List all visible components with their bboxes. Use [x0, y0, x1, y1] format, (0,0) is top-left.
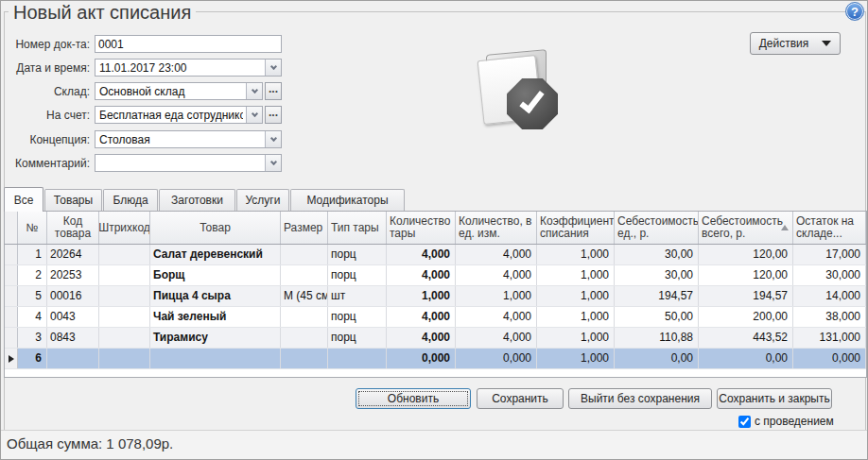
warehouse-combobox[interactable]: Основной склад [95, 82, 263, 100]
row-selector-cell [5, 307, 18, 327]
cell-barcode [99, 265, 150, 285]
column-header-cost_total[interactable]: Себестоимость всего, р. [699, 212, 793, 244]
cell-barcode [99, 349, 150, 368]
cell-cost_total: 0,00 [699, 349, 793, 368]
row-selector-header [5, 212, 18, 244]
table-row[interactable]: 500016Пицца 4 сыраМ (45 см)шт1,0001,0001… [5, 286, 866, 307]
concept-combobox[interactable]: Столовая [95, 130, 282, 148]
column-header-label: Товар [200, 222, 231, 234]
exit-without-saving-button[interactable]: Выйти без сохранения [568, 388, 712, 409]
cell-container_type: порц [328, 265, 387, 285]
cell-cost_per_unit: 50,00 [615, 307, 699, 327]
save-and-close-button[interactable]: Сохранить и закрыть [717, 388, 832, 409]
form-row-comment: Комментарий: [1, 154, 868, 172]
cell-size [281, 307, 328, 327]
row-selector-cell [5, 286, 18, 306]
column-header-qty_units[interactable]: Количество, в ед. изм. [456, 212, 537, 244]
cell-product: Чай зеленый [150, 307, 281, 327]
comment-dropdown-button[interactable] [265, 155, 281, 171]
cell-container_type: порц [328, 307, 387, 327]
column-header-code[interactable]: Код товара [47, 212, 99, 244]
cell-stock_balance: 17,000 [793, 245, 866, 264]
tab-dishes[interactable]: Блюда [103, 189, 158, 211]
column-header-cost_per_unit[interactable]: Себестоимость ед., р. [615, 212, 699, 244]
form-row-warehouse: Склад: Основной склад ... [1, 82, 868, 100]
table-row[interactable]: 40043Чай зеленыйпорц4,0004,0001,00050,00… [5, 307, 866, 328]
cell-writeoff_coeff: 1,000 [537, 349, 615, 368]
tab-services[interactable]: Услуги [236, 189, 289, 211]
cell-cost_per_unit: 0,00 [615, 349, 699, 368]
table-row[interactable]: 220253Борщпорц4,0004,0001,00030,00120,00… [5, 265, 866, 286]
column-header-label: № [26, 222, 39, 234]
account-browse-button[interactable]: ... [265, 106, 282, 124]
chevron-down-icon [269, 63, 276, 70]
account-combobox[interactable]: Бесплатная еда сотрудников [95, 106, 263, 124]
total-sum-text: Общая сумма: 1 078,09р. [7, 435, 173, 451]
column-header-product[interactable]: Товар [150, 212, 281, 244]
help-icon[interactable]: ? [845, 2, 864, 21]
current-row-pointer-icon [9, 355, 14, 363]
warehouse-browse-button[interactable]: ... [265, 82, 282, 100]
row-selector-cell [5, 349, 18, 368]
cell-num: 6 [18, 349, 47, 368]
cell-stock_balance: 0,000 [793, 349, 866, 368]
chevron-down-icon [269, 159, 276, 165]
doc-number-input[interactable] [95, 36, 281, 52]
cell-size [281, 245, 328, 264]
column-header-container_type[interactable]: Тип тары [328, 212, 387, 244]
account-dropdown-button[interactable] [246, 107, 262, 123]
datetime-combobox[interactable]: 11.01.2017 23:00 [95, 59, 282, 77]
cell-qty_units: 1,000 [456, 286, 537, 306]
warehouse-dropdown-button[interactable] [246, 83, 262, 99]
form-row-datetime: Дата и время: 11.01.2017 23:00 [1, 59, 868, 77]
cell-cost_per_unit: 194,57 [615, 286, 699, 306]
column-header-size[interactable]: Размер [281, 212, 328, 244]
column-header-label: Штрихкод [99, 222, 150, 234]
cell-container_qty: 4,000 [387, 265, 456, 285]
concept-value: Столовая [99, 133, 262, 146]
account-label: На счет: [0, 109, 90, 122]
cell-num: 5 [18, 286, 47, 306]
table-row[interactable]: 30843Тирамисупорц4,0004,0001,000110,8844… [5, 328, 866, 349]
cell-size [281, 265, 328, 285]
exit-without-saving-label: Выйти без сохранения [581, 392, 700, 405]
column-header-container_qty[interactable]: Количество тары [387, 212, 456, 244]
cell-container_qty: 1,000 [387, 286, 456, 306]
concept-dropdown-button[interactable] [265, 131, 281, 147]
cell-product: Пицца 4 сыра [150, 286, 281, 306]
save-button[interactable]: Сохранить [477, 388, 564, 409]
warehouse-value: Основной склад [99, 85, 243, 98]
cell-container_type: порц [328, 245, 387, 264]
posting-checkbox[interactable] [738, 416, 751, 428]
comment-combobox[interactable] [95, 154, 282, 172]
column-header-label: Остаток на складе... [796, 215, 862, 240]
cell-product: Борщ [150, 265, 281, 285]
row-selector-cell [5, 245, 18, 264]
column-header-barcode[interactable]: Штрихкод [99, 212, 150, 244]
table-row[interactable]: 120264Салат деревенскийпорц4,0004,0001,0… [5, 245, 866, 265]
warehouse-label: Склад: [0, 85, 90, 98]
refresh-button[interactable]: Обновить [356, 388, 471, 409]
column-header-stock_balance[interactable]: Остаток на складе... [793, 212, 866, 244]
chevron-down-icon [251, 111, 257, 117]
chevron-down-icon [251, 87, 257, 94]
items-grid-panel: №Код товараШтрихкодТоварРазмерТип тарыКо… [4, 211, 867, 378]
cell-cost_total: 194,57 [699, 286, 793, 306]
column-header-writeoff_coeff[interactable]: Коэффициент списания [537, 212, 615, 244]
table-row[interactable]: 60,0000,0001,0000,000,000,000 [5, 349, 866, 369]
grid-header: №Код товараШтрихкодТоварРазмерТип тарыКо… [5, 212, 866, 245]
column-header-label: Количество, в ед. изм. [459, 215, 533, 240]
column-header-num[interactable]: № [18, 212, 47, 244]
cell-stock_balance: 14,000 [793, 286, 866, 306]
tab-goods[interactable]: Товары [44, 189, 102, 211]
cell-num: 1 [18, 245, 47, 264]
cell-writeoff_coeff: 1,000 [537, 245, 615, 264]
form-row-account: На счет: Бесплатная еда сотрудников ... [1, 106, 868, 124]
tab-all[interactable]: Все [4, 187, 43, 212]
cell-product [150, 349, 281, 368]
cell-barcode [99, 307, 150, 327]
cell-writeoff_coeff: 1,000 [537, 307, 615, 327]
tab-modifiers[interactable]: Модификаторы [290, 189, 405, 211]
tab-preparations[interactable]: Заготовки [159, 189, 235, 211]
datetime-dropdown-button[interactable] [265, 60, 281, 76]
